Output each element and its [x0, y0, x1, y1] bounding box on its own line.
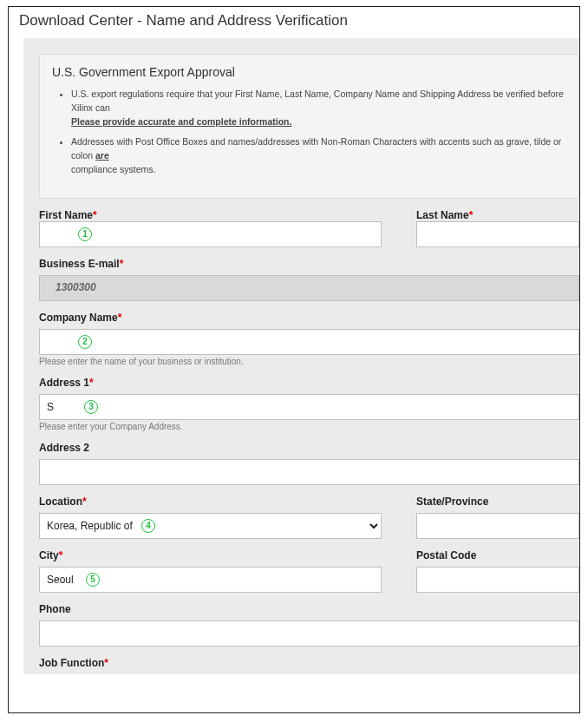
company-name-hint: Please enter the name of your business o… [39, 357, 579, 366]
job-function-label: Job Function* [39, 657, 579, 669]
business-email-input: 1300300 [39, 275, 579, 301]
phone-input[interactable] [39, 620, 579, 647]
last-name-label: Last Name* [416, 209, 473, 221]
state-label: State/Province [416, 496, 579, 508]
address1-hint: Please enter your Company Address. [39, 422, 579, 431]
postal-input[interactable] [416, 567, 579, 593]
city-label: City* [39, 549, 382, 561]
state-input[interactable] [416, 513, 579, 539]
company-name-label: Company Name* [39, 312, 579, 324]
page-title: Download Center - Name and Address Verif… [9, 7, 579, 36]
phone-label: Phone [39, 603, 579, 615]
last-name-input[interactable] [416, 221, 579, 247]
location-label: Location* [39, 496, 382, 508]
export-notice-title: U.S. Government Export Approval [52, 65, 566, 79]
business-email-label: Business E-mail* [39, 258, 579, 270]
city-input[interactable] [39, 567, 382, 593]
export-notice-line-1: U.S. export regulations require that you… [71, 88, 566, 128]
first-name-label: First Name* [39, 209, 97, 221]
export-notice-line-2: Addresses with Post Office Boxes and nam… [71, 135, 566, 176]
job-function-select[interactable]: Developer - Software [39, 674, 579, 675]
location-select[interactable]: Korea, Republic of [39, 513, 382, 539]
address1-input[interactable] [39, 394, 579, 420]
postal-label: Postal Code [416, 549, 579, 561]
first-name-input[interactable] [39, 221, 382, 247]
company-name-input[interactable] [39, 329, 579, 355]
address2-input[interactable] [39, 459, 579, 485]
address1-label: Address 1* [39, 377, 579, 389]
address2-label: Address 2 [39, 442, 579, 454]
export-notice-box: U.S. Government Export Approval U.S. exp… [39, 54, 579, 199]
